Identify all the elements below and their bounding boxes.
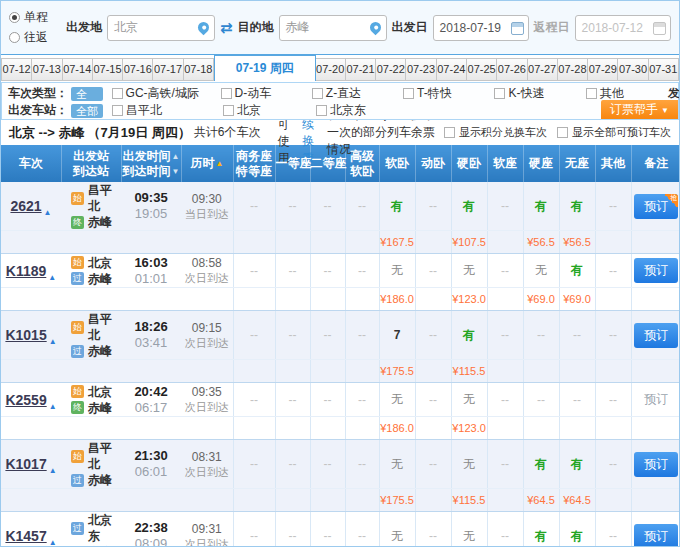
date-tab[interactable]: 07-14: [63, 58, 93, 81]
train-number-link[interactable]: K1015: [5, 327, 46, 343]
filter-option[interactable]: 北京东: [316, 102, 400, 119]
show-all-bookable-checkbox[interactable]: 显示全部可预订车次: [557, 125, 671, 140]
checkbox-icon[interactable]: [312, 88, 323, 99]
date-tab[interactable]: 07-13: [32, 58, 62, 81]
book-button[interactable]: 预订: [634, 258, 678, 283]
filter-option[interactable]: 北京: [223, 102, 307, 119]
book-button[interactable]: 预订: [634, 323, 678, 348]
date-tab[interactable]: 07-25: [467, 58, 497, 81]
book-button[interactable]: 预订: [634, 524, 678, 547]
filter-option[interactable]: T-特快: [403, 85, 485, 102]
column-header[interactable]: 软座: [487, 145, 523, 182]
seat-cell: --: [415, 254, 451, 288]
return-date-value: 2018-07-12: [582, 21, 643, 35]
checkbox-icon[interactable]: [557, 127, 568, 138]
expand-toggle-icon[interactable]: ▲: [44, 208, 52, 217]
date-tab[interactable]: 07-12: [1, 58, 32, 81]
seat-cell: --: [310, 383, 345, 417]
train-number-link[interactable]: 2621: [10, 198, 41, 214]
sort-icon[interactable]: ▼: [172, 167, 180, 176]
arrive-time: 19:05: [121, 206, 181, 222]
times-cell: 21:3006:01: [121, 440, 181, 489]
expand-toggle-icon[interactable]: ▲: [49, 337, 57, 346]
column-header[interactable]: 无座: [559, 145, 595, 182]
points-exchange-checkbox[interactable]: 显示积分兑换车次: [444, 125, 547, 140]
sort-icon[interactable]: ▲: [172, 152, 180, 161]
checkbox-icon[interactable]: [494, 88, 505, 99]
checkbox-icon[interactable]: [221, 88, 232, 99]
column-header[interactable]: 硬座: [523, 145, 559, 182]
from-city-input[interactable]: 北京: [107, 15, 215, 41]
depart-date-input[interactable]: 2018-07-19: [433, 15, 529, 41]
train-number-link[interactable]: K1189: [6, 263, 46, 279]
filter-all-badge[interactable]: 全部: [71, 104, 103, 118]
date-tab[interactable]: 07-26: [497, 58, 527, 81]
date-tab[interactable]: 07-30: [618, 58, 648, 81]
column-header[interactable]: 出发站到达站: [61, 145, 121, 182]
book-cell: 预订: [631, 512, 680, 547]
to-city-input[interactable]: 赤峰: [279, 15, 387, 41]
column-header[interactable]: 高级软卧: [345, 145, 379, 182]
price-cell: ¥115.5: [451, 489, 487, 512]
date-tab[interactable]: 07-28: [558, 58, 588, 81]
filter-all-badge[interactable]: 全部: [71, 87, 103, 101]
date-tab[interactable]: 07-21: [346, 58, 376, 81]
swap-cities-icon[interactable]: ⇄: [220, 20, 233, 35]
checkbox-icon[interactable]: [586, 88, 597, 99]
date-tab[interactable]: 07-23: [406, 58, 436, 81]
date-tab[interactable]: 07-27: [528, 58, 558, 81]
radio-icon[interactable]: [9, 32, 20, 43]
sort-icon[interactable]: ▲: [216, 159, 224, 168]
filter-option[interactable]: 昌平北: [112, 102, 214, 119]
expand-toggle-icon[interactable]: ▲: [49, 538, 57, 547]
date-tab[interactable]: 07-20: [316, 58, 346, 81]
date-tab-selected[interactable]: 07-19 周四: [214, 55, 316, 81]
column-header[interactable]: 车次: [1, 145, 61, 182]
book-button[interactable]: 预订抢: [634, 194, 678, 219]
checkbox-icon[interactable]: [444, 127, 455, 138]
column-header[interactable]: 备注: [631, 145, 680, 182]
seat-cell: --: [487, 383, 523, 417]
date-tab[interactable]: 07-24: [437, 58, 467, 81]
expand-toggle-icon[interactable]: ▲: [48, 273, 56, 282]
checkbox-icon[interactable]: [316, 105, 327, 116]
date-tab[interactable]: 07-18: [184, 58, 214, 81]
date-tab[interactable]: 07-16: [123, 58, 153, 81]
book-cell: 预订抢: [631, 182, 680, 231]
date-tab[interactable]: 07-29: [588, 58, 618, 81]
checkbox-icon[interactable]: [112, 105, 123, 116]
date-tab[interactable]: 07-22: [376, 58, 406, 81]
filter-row-station: 出发车站：全部昌平北北京北京东: [8, 102, 672, 119]
train-number-link[interactable]: K1017: [5, 456, 46, 472]
column-header[interactable]: 出发时间▲到达时间▼: [121, 145, 181, 182]
checkbox-icon[interactable]: [403, 88, 414, 99]
arrive-time: 06:01: [121, 464, 181, 480]
calendar-icon[interactable]: [511, 22, 524, 35]
return-date-input: 2018-07-12: [575, 15, 671, 41]
expand-toggle-icon[interactable]: ▲: [49, 466, 57, 475]
seat-cell: --: [233, 383, 275, 417]
price-cell: [233, 360, 275, 383]
radio-round-trip[interactable]: 往返: [9, 29, 48, 46]
train-number-link[interactable]: K1457: [5, 528, 46, 544]
filter-option[interactable]: GC-高铁/城际: [112, 85, 212, 102]
train-number-link[interactable]: K2559: [5, 392, 46, 408]
duration: 09:31: [181, 521, 233, 537]
column-header[interactable]: 历时▲: [181, 145, 233, 182]
date-tab[interactable]: 07-17: [153, 58, 183, 81]
book-button[interactable]: 预订: [634, 452, 678, 477]
filter-option[interactable]: D-动车: [221, 85, 303, 102]
expand-toggle-icon[interactable]: ▲: [49, 402, 57, 411]
booking-helper-button[interactable]: 订票帮手▼: [601, 100, 678, 119]
radio-icon[interactable]: [9, 12, 20, 23]
checkbox-icon[interactable]: [112, 88, 123, 99]
checkbox-icon[interactable]: [223, 105, 234, 116]
column-header[interactable]: 商务座特等座: [233, 145, 275, 182]
date-tab[interactable]: 07-15: [93, 58, 123, 81]
filter-option[interactable]: Z-直达: [312, 85, 394, 102]
date-tab[interactable]: 07-31: [649, 58, 679, 81]
column-header[interactable]: 其他: [595, 145, 631, 182]
filter-option[interactable]: K-快速: [494, 85, 576, 102]
column-header[interactable]: 硬卧: [451, 145, 487, 182]
radio-one-way[interactable]: 单程: [9, 9, 48, 26]
